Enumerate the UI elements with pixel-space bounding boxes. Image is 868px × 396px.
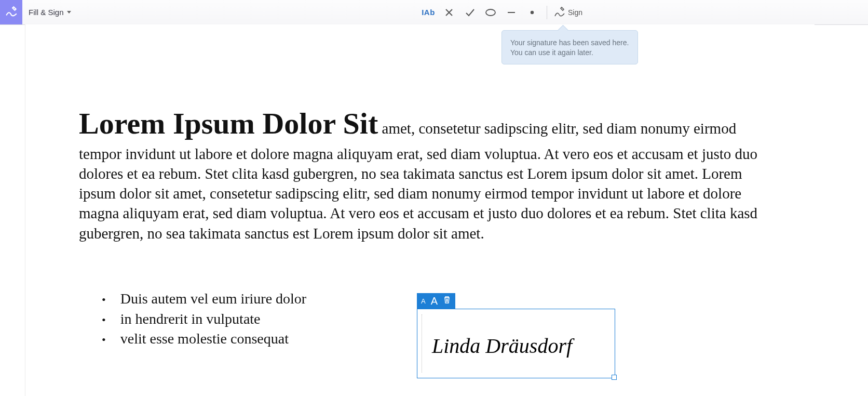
bullet-icon: • <box>102 292 106 308</box>
tooltip-text: Your signature has been saved here. You … <box>510 38 629 57</box>
line-tool-button[interactable] <box>501 0 522 24</box>
chevron-down-icon <box>67 11 71 14</box>
signature-saved-tooltip: Your signature has been saved here. You … <box>501 30 638 64</box>
signature-object[interactable]: A A Linda Dräusdorf <box>417 293 615 378</box>
fill-sign-badge-icon <box>0 0 22 24</box>
oval-tool-button[interactable] <box>480 0 501 24</box>
signature-text: Linda Dräusdorf <box>432 334 572 358</box>
signature-box[interactable]: Linda Dräusdorf <box>417 309 615 378</box>
signature-toolbar: A A <box>417 293 455 309</box>
delete-signature-button[interactable] <box>443 296 451 306</box>
svg-point-1 <box>531 10 534 14</box>
resize-handle[interactable] <box>612 375 617 380</box>
sign-label: Sign <box>568 8 582 17</box>
cross-tool-button[interactable] <box>439 0 459 24</box>
line-icon <box>507 8 516 17</box>
fill-sign-menu[interactable]: Fill & Sign <box>29 0 71 24</box>
list-item: •in hendrerit in vulputate <box>102 309 306 329</box>
check-icon <box>465 7 475 18</box>
text-tool-icon: IAb <box>422 8 435 17</box>
signature-guide-line <box>422 314 422 373</box>
oval-icon <box>485 8 496 17</box>
list-item-text: Duis autem vel eum iriure dolor <box>120 289 306 309</box>
list-item-text: in hendrerit in vulputate <box>120 309 261 329</box>
fill-sign-toolbar: Fill & Sign IAb Sign <box>0 0 868 25</box>
text-tool-button[interactable]: IAb <box>418 0 439 24</box>
svg-point-0 <box>486 9 495 16</box>
bullet-icon: • <box>102 332 106 348</box>
trash-icon <box>443 296 451 304</box>
sign-tool-button[interactable] <box>551 0 568 24</box>
dot-icon <box>530 10 535 15</box>
decrease-size-button[interactable]: A <box>421 297 426 305</box>
check-tool-button[interactable] <box>459 0 480 24</box>
list-item: •velit esse molestie consequat <box>102 329 306 349</box>
dot-tool-button[interactable] <box>522 0 542 24</box>
increase-size-button[interactable]: A <box>431 295 438 307</box>
bullet-icon: • <box>102 312 106 328</box>
document-body-lead: amet, consetetur sadipscing elitr, sed d… <box>378 120 640 137</box>
toolbar-divider <box>547 6 547 19</box>
document-content: Lorem Ipsum Dolor Sit amet, consetetur s… <box>79 104 780 243</box>
list-item: •Duis autem vel eum iriure dolor <box>102 289 306 309</box>
bullet-list: •Duis autem vel eum iriure dolor •in hen… <box>102 289 306 349</box>
pen-sign-icon <box>553 6 566 19</box>
document-title: Lorem Ipsum Dolor Sit <box>79 107 378 140</box>
fill-sign-label: Fill & Sign <box>29 8 64 17</box>
cross-icon <box>444 8 454 17</box>
list-item-text: velit esse molestie consequat <box>120 329 289 349</box>
